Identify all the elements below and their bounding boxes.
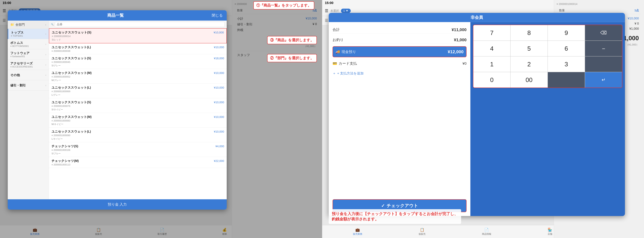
product-name-0: ユニセックススウェット(S) [52, 30, 91, 34]
product-item-7[interactable]: ユニセックススウェット(L) ¥10,000 ≡ 2000001000090 L… [49, 128, 227, 142]
product-item-0[interactable]: ユニセックススウェット(S) ¥10,000 ≡ 2000001000014 S… [49, 28, 227, 43]
product-name-8: チェックシャツ(S) [52, 144, 78, 148]
category-sidebar: 📁 全部門 › トップス ≡ TOPS001 › ボ [8, 20, 49, 199]
product-item-5[interactable]: ユニセックススウェット(S) ¥10,000 ≡ 2000001000076 S… [49, 98, 227, 113]
numpad-key-6[interactable]: 6 [548, 41, 585, 56]
numpad-key-9[interactable]: 9 [548, 25, 585, 40]
bottom-nav-product-right[interactable]: 📄 商品情報 [482, 228, 491, 236]
hamburger-icon-right[interactable]: ☰ [325, 8, 328, 13]
product-modal: 商品一覧 閉じる 📁 全部門 › トップス [8, 10, 227, 210]
annotation-1-text: ①『商品一覧』をタップします。 [256, 3, 311, 7]
arrow-discount: › [45, 84, 46, 87]
numpad-key-enter[interactable]: ↵ [585, 72, 622, 88]
store-nav-label-right: 店舗 [548, 233, 552, 236]
numpad-key-7[interactable]: 7 [473, 25, 510, 40]
arrow-footwear: › [45, 53, 46, 56]
modal-close-btn[interactable]: 閉じる [212, 13, 223, 18]
total-value: ¥11,000 [452, 27, 466, 32]
product-name-2: ユニセックススウェット(S) [52, 56, 91, 60]
store-nav-icon-right: 🏪 [548, 228, 552, 232]
product-nav-label-right: 商品情報 [482, 233, 491, 236]
category-item-bottoms[interactable]: ボトムス ≡ BOTTOMS0001 › [8, 39, 49, 49]
product-price-4: ¥10,000 [214, 86, 224, 90]
numpad-key-5[interactable]: 5 [510, 41, 548, 56]
product-code-9: ≡ 2000001000113 [52, 163, 224, 166]
numpad-key-0[interactable]: 0 [473, 72, 510, 88]
product-name-7: ユニセックススウェット(L) [52, 129, 91, 133]
add-payment-label: + 支払方法を追加 [337, 71, 364, 76]
search-input-modal[interactable] [55, 22, 225, 27]
category-code-accessories: ≡ ACCESSORIES001 [10, 65, 33, 68]
numpad-key-minus[interactable]: － [585, 41, 622, 56]
numpad-section: 7 8 9 ⌫ 4 5 6 － 1 2 3 0 00 [470, 22, 625, 216]
modal-overlay-left: 商品一覧 閉じる 📁 全部門 › トップス [0, 0, 322, 238]
numpad-key-8[interactable]: 8 [510, 25, 548, 40]
product-item-2[interactable]: ユニセックススウェット(S) ¥18,000 ≡ 2000001000045 S… [49, 54, 227, 69]
all-dept-header[interactable]: 📁 全部門 › [8, 20, 49, 29]
cash-deposit-row[interactable]: 🚚 現金預り ¥12,000 [332, 46, 466, 57]
category-item-accessories[interactable]: アクセサリーズ ≡ ACCESSORIES001 › [8, 60, 49, 70]
product-nav-icon-right: 📄 [484, 228, 489, 232]
product-variant-7: L/ネイビー [52, 137, 224, 140]
product-item-9[interactable]: チェックシャツ(M) ¥22,000 ≡ 2000001000113 [49, 157, 227, 168]
annotation-3-bubble: ③『商品』を選択します。 [267, 36, 317, 44]
product-list: 🔍 ユニセックススウェット(S) ¥10,000 ≡ 2000001000014… [49, 20, 227, 199]
product-item-6[interactable]: ユニセックススウェット(M) ¥10,000 ≡ 2000001000083 M… [49, 113, 227, 128]
product-item-1[interactable]: ユニセックススウェット(L) ¥10,000 ≡ 2000001000038 [49, 43, 227, 54]
product-name-4: ユニセックススウェット(L) [52, 86, 91, 90]
product-code-6: ≡ 2000001000083 [52, 119, 224, 122]
cash-icon: 🚚 [336, 50, 340, 54]
category-item-footwear[interactable]: フットウェア ≡ footwear001 › [8, 49, 49, 60]
payment-left-section: 合計 ¥11,000 お釣り ¥1,000 🚚 現金預り ¥12,000 [329, 22, 470, 216]
modal-header: 商品一覧 閉じる [8, 10, 227, 20]
sales-nav-label-right: 販売業務 [353, 233, 362, 236]
product-variant-6: M/ネイビー [52, 123, 224, 126]
bottom-nav-sales-right[interactable]: 💼 販売業務 [353, 228, 362, 236]
payment-modal-title: 非会員 [471, 15, 483, 20]
cash-value: ¥12,000 [448, 49, 464, 54]
menu-icon-right[interactable]: ☰ [325, 18, 328, 23]
numpad-key-backspace[interactable]: ⌫ [585, 25, 622, 40]
change-label: お釣り [332, 37, 344, 42]
numpad-key-empty [585, 56, 622, 72]
category-item-tops[interactable]: トップス ≡ TOPS001 › [8, 29, 49, 39]
modal-body: 📁 全部門 › トップス ≡ TOPS001 › ボ [8, 20, 227, 199]
category-item-discount[interactable]: 値引・割引 › [8, 80, 49, 91]
deposit-bar-modal[interactable]: 預り金 入力 [8, 199, 227, 210]
numpad-key-1[interactable]: 1 [473, 56, 510, 72]
product-name-6: ユニセックススウェット(M) [52, 115, 92, 119]
product-item-3[interactable]: ユニセックススウェット(M) ¥10,000 ≡ 2000001000052 M… [49, 69, 227, 84]
bottom-nav-store-right[interactable]: 🏪 店舗 [548, 228, 552, 236]
chevron-right-all: › [45, 23, 46, 26]
product-code-4: ≡ 2000001000069 [52, 90, 224, 93]
product-code-8: ≡ 2000001000106 [52, 149, 224, 151]
numpad-key-00[interactable]: 00 [510, 72, 548, 88]
product-price-6: ¥10,000 [214, 115, 224, 119]
card-value: ¥0 [462, 61, 466, 66]
numpad-key-4[interactable]: 4 [473, 41, 510, 56]
product-price-3: ¥10,000 [214, 71, 224, 75]
product-item-8[interactable]: チェックシャツ(S) ¥4,000 ≡ 2000001000106 S/ブルー [49, 142, 227, 157]
category-item-other[interactable]: その他 › [8, 70, 49, 80]
card-icon: 💳 [332, 61, 337, 66]
product-item-4[interactable]: ユニセックススウェット(L) ¥10,000 ≡ 2000001000069 L… [49, 84, 227, 98]
numpad-key-3[interactable]: 3 [548, 56, 585, 72]
checkout-annotation-1: 預り金を入力後に【チェックアウト】をタップするとお会計が完了し、 [332, 211, 458, 217]
checkout-label: チェックアウト [386, 203, 418, 209]
add-payment-btn[interactable]: ＋ + 支払方法を追加 [332, 70, 466, 77]
numpad-key-2[interactable]: 2 [510, 56, 548, 72]
product-variant-2: S/グレー [52, 64, 224, 67]
product-variant-0: S/レッド [52, 38, 224, 41]
left-panel: 15:00 📶 100% ☰ 未選択 1 ▼ 販売業務 ↺ ⊞ 🔔 ？ ☰ 📷 … [0, 0, 322, 238]
product-variant-4: L/グレー [52, 93, 224, 97]
product-name-5: ユニセックススウェット(S) [52, 100, 91, 104]
category-code-bottoms: ≡ BOTTOMS0001 [10, 45, 29, 48]
bottom-nav-temp-right[interactable]: 📋 仮販売 [418, 228, 426, 236]
product-variant-8: S/ブルー [52, 152, 224, 155]
sales-badge-right[interactable]: 1 ▼ [341, 9, 351, 13]
product-code-2: ≡ 2000001000045 [52, 61, 224, 64]
product-variant-3: M/グレー [52, 79, 224, 82]
product-price-5: ¥10,000 [214, 101, 224, 104]
annotation-2-bubble: ②『部門』を選択します。 [267, 54, 317, 62]
payment-modal: 非会員 合計 ¥11,000 お釣り ¥1,000 🚚 現金預り [329, 13, 625, 216]
